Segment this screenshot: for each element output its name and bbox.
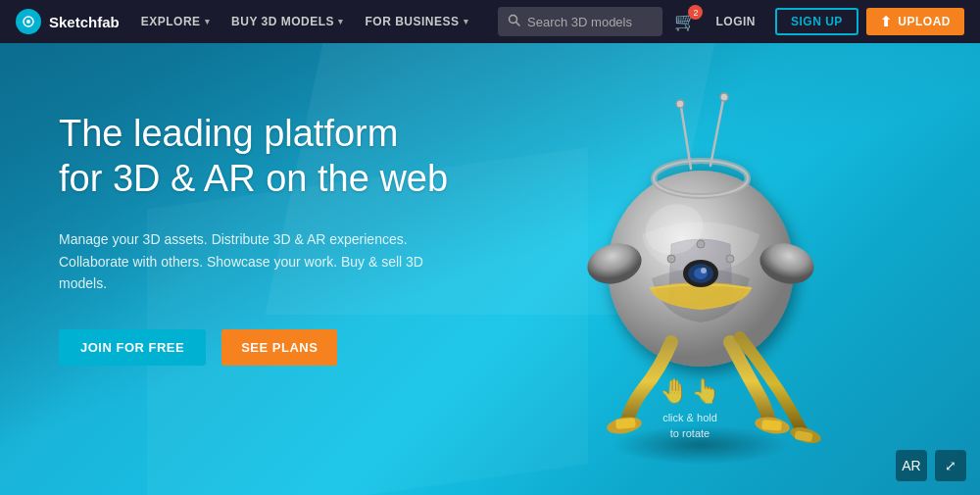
signup-button[interactable]: SIGN UP — [775, 8, 858, 35]
nav-right: 🛒 2 LOGIN SIGN UP ⬆ UPLOAD — [674, 8, 964, 35]
upload-button[interactable]: ⬆ UPLOAD — [866, 8, 964, 35]
rotate-hint: 🤚 👆 click & hold to rotate — [660, 374, 720, 441]
logo-icon — [16, 9, 41, 34]
nav-for-business[interactable]: FOR BUSINESS ▾ — [356, 0, 479, 43]
nav-buy-3d[interactable]: BUY 3D MODELS ▾ — [221, 0, 353, 43]
search-icon — [508, 14, 520, 29]
svg-point-1 — [26, 20, 30, 24]
cart-button[interactable]: 🛒 2 — [674, 11, 696, 32]
upload-icon: ⬆ — [880, 14, 893, 29]
chevron-down-icon: ▾ — [338, 17, 344, 26]
svg-point-12 — [701, 268, 707, 273]
hero-section: The leading platform for 3D & AR on the … — [0, 43, 980, 495]
search-input[interactable] — [527, 15, 653, 29]
chevron-down-icon: ▾ — [464, 17, 469, 26]
nav-explore[interactable]: EXPLORE ▾ — [131, 0, 220, 43]
hand-icon-left: 🤚 — [660, 374, 689, 408]
fullscreen-icon: ⤢ — [945, 458, 956, 473]
login-button[interactable]: LOGIN — [704, 15, 767, 28]
svg-point-18 — [720, 93, 728, 101]
hero-content: The leading platform for 3D & AR on the … — [0, 43, 510, 366]
search-bar[interactable] — [498, 7, 662, 36]
join-for-free-button[interactable]: JOIN FOR FREE — [59, 329, 206, 366]
hand-icon-right: 👆 — [691, 374, 720, 408]
svg-point-8 — [697, 240, 705, 248]
svg-point-16 — [676, 100, 684, 108]
svg-point-7 — [726, 255, 734, 263]
svg-line-17 — [710, 100, 723, 166]
fullscreen-button[interactable]: ⤢ — [935, 450, 966, 481]
hero-title: The leading platform for 3D & AR on the … — [59, 112, 451, 201]
hand-icons: 🤚 👆 — [660, 374, 720, 408]
navbar: Sketchfab EXPLORE ▾ BUY 3D MODELS ▾ FOR … — [0, 0, 980, 43]
chevron-down-icon: ▾ — [205, 17, 211, 26]
ar-button[interactable]: AR — [896, 450, 927, 481]
cart-badge: 2 — [688, 5, 703, 20]
bottom-right-icons: AR ⤢ — [896, 450, 966, 481]
see-plans-button[interactable]: SEE PLANS — [221, 329, 337, 366]
hero-description: Manage your 3D assets. Distribute 3D & A… — [59, 228, 431, 294]
svg-point-6 — [667, 255, 675, 263]
svg-rect-24 — [761, 420, 782, 431]
svg-rect-22 — [615, 418, 636, 429]
svg-line-3 — [516, 23, 520, 26]
logo[interactable]: Sketchfab — [16, 9, 120, 34]
nav-links: EXPLORE ▾ BUY 3D MODELS ▾ FOR BUSINESS ▾ — [131, 0, 478, 43]
logo-text: Sketchfab — [49, 14, 120, 30]
rotate-hint-text: click & hold to rotate — [660, 411, 720, 441]
hero-buttons: JOIN FOR FREE SEE PLANS — [59, 329, 451, 366]
